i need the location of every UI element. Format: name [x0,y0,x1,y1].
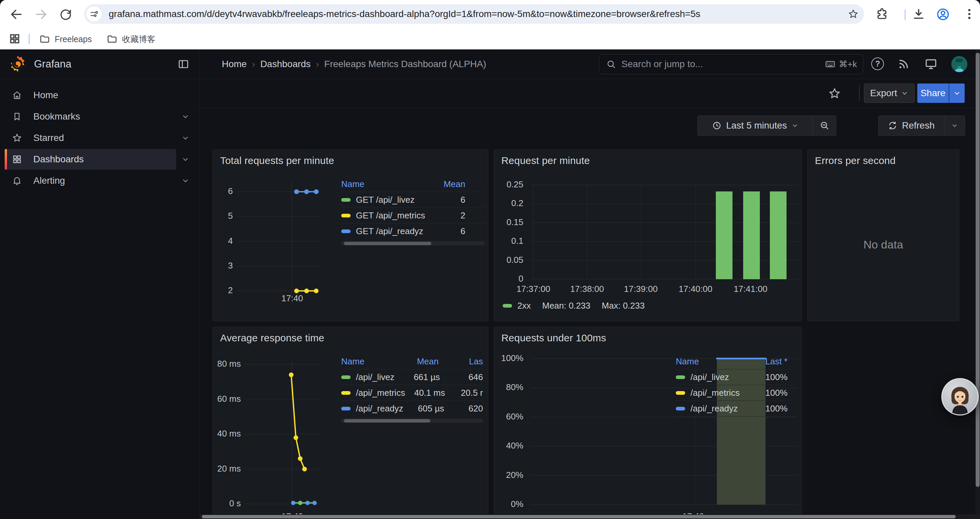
url-bar[interactable]: grafana.mathmast.com/d/deytv4rwavabkb/fr… [84,4,864,24]
legend-row[interactable]: GET /api/_metrics2 [341,208,485,223]
legend-table: NameLast */api/_livez100%/api/_metrics10… [676,354,795,417]
bookmark-icon [12,112,22,121]
axis-tick: 20% [494,470,523,480]
axis-tick: 80 ms [215,359,241,369]
refresh-icon [888,121,897,130]
chevron-down-icon[interactable] [181,155,189,163]
apps-grid-icon[interactable] [9,33,23,47]
assistant-avatar[interactable] [941,378,978,415]
bar-chart [494,150,802,322]
sidebar-item-label: Starred [33,133,64,143]
panel-request-per-minute[interactable]: Request per minute 2xx Mean: 0.233 Max: … [494,149,802,321]
toolbar-separator [859,85,859,102]
axis-tick: 0 s [215,498,241,509]
legend-row[interactable]: /api/_metrics40.1 ms20.5 r [341,385,483,401]
legend-row[interactable]: /api/_livez661 µs646 [341,369,483,385]
series-color-pill [341,214,351,217]
sidebar-item-starred[interactable]: Starred [0,127,199,149]
axis-tick: 5 [218,211,233,221]
sidebar-item-label: Home [33,90,58,101]
legend-row[interactable]: /api/_metrics100% [676,385,795,401]
url-text[interactable]: grafana.mathmast.com/d/deytv4rwavabkb/fr… [109,4,843,24]
axis-tick: 0% [494,499,523,509]
panel-requests-under-100ms[interactable]: Requests under 100ms 17:40 NameLast */ap… [494,327,802,519]
legend-row[interactable]: /api/_readyz100% [676,401,795,416]
legend-scrollbar[interactable] [341,241,485,246]
chevron-down-icon [953,89,961,97]
favorite-star-icon[interactable] [828,87,841,100]
export-button[interactable]: Export [864,83,915,103]
refresh-interval-button[interactable] [944,116,965,135]
sidebar-item-home[interactable]: Home [0,85,199,106]
horizontal-scrollbar[interactable] [200,514,980,519]
legend-row[interactable]: GET /api/_livez6 [341,192,485,208]
vertical-scrollbar-thumb[interactable] [976,53,980,487]
legend-row[interactable]: /api/_livez100% [676,369,795,385]
share-menu-button[interactable] [949,83,965,103]
series-color-pill [676,375,685,379]
time-range-button[interactable]: Last 5 minutes [698,116,813,135]
browser-reload-icon[interactable] [59,7,73,21]
chevron-down-icon[interactable] [181,177,189,185]
refresh-label: Refresh [902,120,935,131]
sidebar: Home Bookmarks Starred Dashboards Alerti… [0,79,199,519]
axis-tick: 0.05 [496,255,523,265]
browser-menu-icon[interactable] [963,7,977,21]
profile-icon[interactable] [936,7,950,21]
series-color-pill [341,375,351,379]
sidebar-item-bookmarks[interactable]: Bookmarks [0,106,199,127]
sidebar-item-label: Dashboards [33,154,84,164]
chevron-down-icon[interactable] [181,134,189,142]
chrome-separator [905,10,905,20]
bookmarks-bar: Freeleaps 收藏博客 [0,29,980,50]
bookmark-folder-blogs[interactable]: 收藏博客 [107,29,156,50]
horizontal-scrollbar-thumb[interactable] [202,515,956,518]
axis-tick: 4 [218,236,233,246]
axis-tick: 40 ms [215,428,241,439]
site-info-icon[interactable] [86,6,102,22]
axis-tick: 0 [496,273,523,284]
share-label[interactable]: Share [917,83,949,103]
legend-header: NameMean [341,176,485,192]
extensions-icon[interactable] [875,7,889,21]
legend-scrollbar[interactable] [341,418,483,423]
bookmark-star-icon[interactable] [848,9,859,19]
downloads-icon[interactable] [912,7,926,21]
bookmark-folder-freeleaps[interactable]: Freeleaps [39,29,92,50]
series-color-pill [341,198,351,202]
axis-tick: 40% [494,441,523,451]
browser-forward-icon[interactable] [34,7,48,21]
share-button[interactable]: Share [917,83,965,103]
sidebar-item-alerting[interactable]: Alerting [0,170,199,192]
axis-tick: 60% [494,412,523,422]
legend-row[interactable]: GET /api/_readyz6 [341,223,485,239]
time-picker-group: Last 5 minutes [697,115,836,136]
panel-average-response-time[interactable]: Average response time 17:40 NameMeanLas/… [213,327,488,519]
axis-tick: 0.25 [496,179,523,190]
legend-table: NameMeanLas/api/_livez661 µs646/api/_met… [341,354,483,423]
chevron-down-icon [901,89,908,97]
series-color-pill [341,230,351,233]
dashboards-grid-icon [12,154,22,164]
zoom-out-button[interactable] [813,116,836,135]
sidebar-toggle-icon[interactable] [177,58,189,70]
home-icon [12,90,22,100]
axis-tick: 0.1 [496,236,523,246]
axis-tick: 20 ms [215,463,241,474]
no-data-message: No data [808,238,959,251]
browser-back-icon[interactable] [10,7,23,21]
folder-icon [39,34,50,45]
vertical-scrollbar[interactable] [975,50,980,519]
panel-errors-per-second[interactable]: Errors per second No data [807,149,959,321]
bookmark-label: 收藏博客 [122,34,156,45]
legend-row[interactable]: /api/_readyz605 µs620 [341,401,483,416]
axis-tick: 17:40:00 [672,284,719,294]
axis-tick: 2 [218,285,233,295]
refresh-button[interactable]: Refresh [878,116,944,135]
sidebar-item-dashboards[interactable]: Dashboards [0,149,199,170]
time-range-label: Last 5 minutes [726,120,787,131]
grafana-logo[interactable] [9,55,27,73]
chevron-down-icon[interactable] [181,113,189,121]
panel-total-requests[interactable]: Total requests per minute 17:40 NameMean… [213,149,488,321]
chart-legend[interactable]: 2xx Mean: 0.233 Max: 0.233 [503,300,645,311]
